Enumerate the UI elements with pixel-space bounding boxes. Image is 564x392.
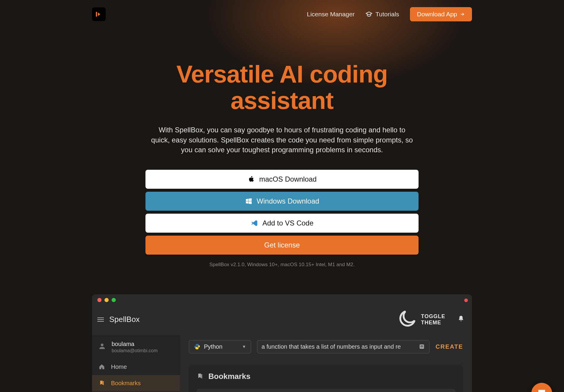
get-license-label: Get license — [264, 241, 300, 249]
language-label: Python — [204, 343, 222, 350]
notification-dot-icon — [464, 299, 468, 302]
bookmark-icon — [197, 373, 204, 380]
window-header: SpellBox TOGGLE THEME — [92, 306, 472, 335]
notifications-button[interactable] — [457, 315, 465, 324]
hero-title-line1: Versatile AI coding — [176, 61, 388, 88]
get-license-button[interactable]: Get license — [145, 236, 419, 255]
svg-rect-0 — [96, 12, 97, 17]
toggle-theme-button[interactable]: TOGGLE THEME — [395, 309, 445, 331]
download-app-label: Download App — [417, 11, 457, 18]
nav-tutorials[interactable]: Tutorials — [365, 11, 399, 18]
windows-icon — [245, 197, 253, 205]
create-button[interactable]: CREATE — [435, 343, 463, 350]
bookmark-icon — [99, 380, 105, 386]
site-header: License Manager Tutorials Download App — [92, 0, 472, 28]
vscode-label: Add to VS Code — [262, 219, 313, 227]
prompt-toolbar: Python ▼ a function that takes a list of… — [189, 340, 463, 353]
sidebar-bookmarks-label: Bookmarks — [111, 380, 141, 387]
prompt-text: a function that takes a list of numbers … — [262, 343, 401, 350]
nav-license-label: License Manager — [307, 11, 355, 18]
arrow-right-icon — [460, 12, 465, 17]
macos-download-button[interactable]: macOS Download — [145, 170, 419, 189]
window-body: boulama boulama@otimbi.com Home Bookmark… — [92, 335, 472, 392]
traffic-lights — [97, 298, 116, 302]
chat-icon — [537, 388, 547, 392]
vscode-icon — [251, 219, 258, 227]
app-title: SpellBox — [109, 315, 140, 324]
user-profile[interactable]: boulama boulama@otimbi.com — [92, 335, 180, 359]
home-icon — [99, 364, 105, 370]
logo-icon — [95, 11, 102, 18]
app-preview-window: SpellBox TOGGLE THEME — [92, 294, 472, 392]
maximize-icon[interactable] — [112, 298, 116, 302]
chevron-down-icon: ▼ — [242, 344, 246, 349]
python-icon — [194, 343, 200, 350]
hero-title-line2: assistant — [231, 87, 334, 114]
user-name: boulama — [112, 341, 158, 347]
svg-rect-6 — [421, 346, 423, 346]
user-avatar-icon — [98, 342, 106, 352]
sidebar-home-label: Home — [111, 364, 127, 370]
sidebar-item-bookmarks[interactable]: Bookmarks — [92, 375, 180, 391]
download-app-button[interactable]: Download App — [410, 7, 472, 21]
close-icon[interactable] — [97, 298, 102, 302]
compatibility-text: SpellBox v2.1.0, Windows 10+, macOS 10.1… — [92, 262, 472, 268]
prompt-input[interactable]: a function that takes a list of numbers … — [257, 340, 430, 353]
create-label: CREATE — [435, 343, 463, 350]
vscode-button[interactable]: Add to VS Code — [145, 214, 419, 233]
bookmarks-title: Bookmarks — [208, 372, 251, 381]
svg-point-1 — [101, 344, 103, 346]
bookmarks-panel: Bookmarks make http request to facebook.… — [189, 365, 463, 392]
hero: Versatile AI coding assistant With Spell… — [92, 61, 472, 268]
logo[interactable] — [92, 7, 106, 21]
note-icon — [419, 343, 425, 350]
user-email: boulama@otimbi.com — [112, 348, 158, 353]
hero-title: Versatile AI coding assistant — [92, 61, 472, 114]
graduation-cap-icon — [365, 11, 373, 18]
svg-rect-7 — [421, 347, 423, 347]
window-titlebar — [92, 294, 472, 306]
toggle-theme-label: TOGGLE THEME — [421, 313, 445, 326]
chat-fab[interactable] — [531, 383, 552, 392]
main-panel: Python ▼ a function that takes a list of… — [180, 335, 472, 392]
sidebar-item-home[interactable]: Home — [92, 359, 180, 375]
windows-download-button[interactable]: Windows Download — [145, 192, 419, 211]
windows-download-label: Windows Download — [257, 197, 319, 205]
macos-download-label: macOS Download — [259, 175, 316, 183]
minimize-icon[interactable] — [104, 298, 109, 302]
hamburger-menu-icon[interactable] — [97, 318, 104, 322]
apple-icon — [247, 175, 255, 183]
cta-list: macOS Download Windows Download Add to V… — [145, 170, 419, 255]
top-nav: License Manager Tutorials Download App — [307, 7, 472, 21]
nav-license-manager[interactable]: License Manager — [307, 11, 355, 18]
moon-icon — [395, 309, 417, 331]
bookmark-item[interactable]: make http request to facebook.com Java ▸ — [197, 389, 455, 392]
bell-icon — [457, 315, 465, 323]
nav-tutorials-label: Tutorials — [376, 11, 399, 18]
hero-subtitle: With SpellBox, you can say goodbye to ho… — [148, 125, 416, 155]
sidebar: boulama boulama@otimbi.com Home Bookmark… — [92, 335, 180, 392]
language-select[interactable]: Python ▼ — [189, 340, 251, 353]
